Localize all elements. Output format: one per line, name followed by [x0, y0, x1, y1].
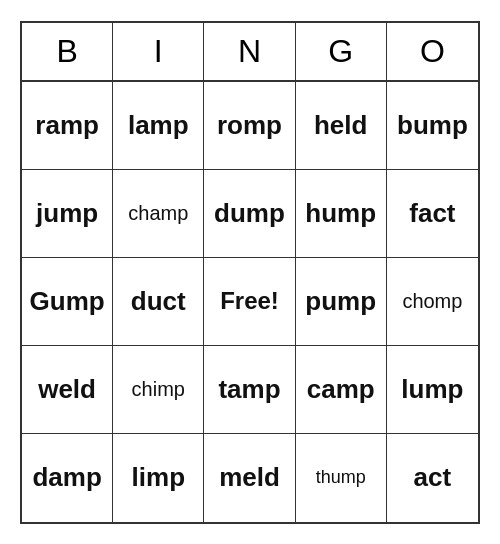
bingo-cell-r4-c1: limp [113, 434, 204, 522]
cell-text: thump [316, 467, 366, 488]
bingo-cell-r1-c0: jump [22, 170, 113, 258]
header-cell-i: I [113, 23, 204, 80]
bingo-cell-r4-c4: act [387, 434, 478, 522]
header-cell-o: O [387, 23, 478, 80]
cell-text: Gump [30, 286, 105, 317]
bingo-cell-r2-c0: Gump [22, 258, 113, 346]
bingo-cell-r4-c3: thump [296, 434, 387, 522]
bingo-cell-r3-c2: tamp [204, 346, 295, 434]
cell-text: bump [397, 110, 468, 141]
bingo-cell-r3-c4: lump [387, 346, 478, 434]
bingo-cell-r2-c1: duct [113, 258, 204, 346]
cell-text: romp [217, 110, 282, 141]
cell-text: camp [307, 374, 375, 405]
cell-text: hump [305, 198, 376, 229]
bingo-cell-r1-c1: champ [113, 170, 204, 258]
cell-text: fact [409, 198, 455, 229]
header-cell-g: G [296, 23, 387, 80]
cell-text: champ [128, 202, 188, 225]
header-cell-n: N [204, 23, 295, 80]
bingo-grid: ramplamprompheldbumpjumpchampdumphumpfac… [22, 82, 478, 522]
cell-text: meld [219, 462, 280, 493]
cell-text: limp [132, 462, 185, 493]
cell-text: damp [32, 462, 101, 493]
bingo-cell-r0-c0: ramp [22, 82, 113, 170]
cell-text: held [314, 110, 367, 141]
bingo-cell-r0-c4: bump [387, 82, 478, 170]
cell-text: pump [305, 286, 376, 317]
cell-text: lump [401, 374, 463, 405]
bingo-card: BINGO ramplamprompheldbumpjumpchampdumph… [20, 21, 480, 524]
cell-text: jump [36, 198, 98, 229]
header-cell-b: B [22, 23, 113, 80]
cell-text: Free! [220, 287, 279, 315]
bingo-cell-r0-c2: romp [204, 82, 295, 170]
cell-text: weld [38, 374, 96, 405]
bingo-cell-r3-c1: chimp [113, 346, 204, 434]
cell-text: chomp [402, 290, 462, 313]
cell-text: dump [214, 198, 285, 229]
bingo-cell-r1-c3: hump [296, 170, 387, 258]
cell-text: act [414, 462, 452, 493]
bingo-cell-r0-c1: lamp [113, 82, 204, 170]
bingo-cell-r1-c2: dump [204, 170, 295, 258]
bingo-cell-r3-c0: weld [22, 346, 113, 434]
cell-text: chimp [132, 378, 185, 401]
bingo-cell-r2-c3: pump [296, 258, 387, 346]
cell-text: duct [131, 286, 186, 317]
bingo-cell-r1-c4: fact [387, 170, 478, 258]
bingo-cell-r4-c0: damp [22, 434, 113, 522]
bingo-cell-r2-c4: chomp [387, 258, 478, 346]
bingo-cell-r2-c2: Free! [204, 258, 295, 346]
bingo-cell-r3-c3: camp [296, 346, 387, 434]
cell-text: tamp [218, 374, 280, 405]
bingo-cell-r4-c2: meld [204, 434, 295, 522]
bingo-cell-r0-c3: held [296, 82, 387, 170]
bingo-header: BINGO [22, 23, 478, 82]
cell-text: lamp [128, 110, 189, 141]
cell-text: ramp [35, 110, 99, 141]
